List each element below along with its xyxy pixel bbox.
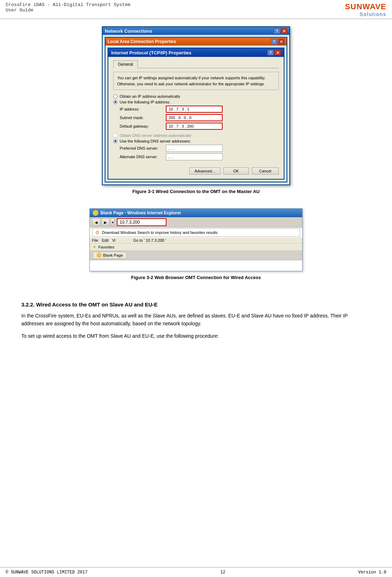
tcpip-close-button[interactable]: ✕ [274,50,281,55]
ie-nav-buttons: ◀ ▶ ▾ [92,218,115,226]
figure2-container: Blank Page - Windows Internet Explorer ◀… [21,208,371,271]
figure1-container: Network Connections ? ✕ Local Area Conne… [21,26,371,185]
ok-button[interactable]: OK [223,167,249,175]
ie-favorites-bar: ★ Favorites [90,244,302,251]
info-text: You can get IP settings assigned automat… [117,76,265,86]
section-322-heading: 3.2.2. Wired Access to the OMT on Slave … [21,301,371,308]
close-button[interactable]: ✕ [281,28,287,34]
figure2-caption: Figure 3-2 Web Browser OMT Connection fo… [21,275,371,280]
radio-auto-ip-row: Obtain an IP address automatically [113,94,279,98]
ie-toolbar: ◀ ▶ ▾ [90,217,302,228]
ie-tab-blank[interactable]: Blank Page [93,252,127,259]
favorites-icon: ★ [93,245,96,249]
ie-titlebar: Blank Page - Windows Internet Explorer [90,209,302,217]
preferred-dns-row: Preferred DNS server: . . . [120,145,279,152]
footer-page-number: 12 [220,570,225,575]
page-footer: © SUNWAVE SOLUTIONS LIMITED 2017 12 Vers… [0,567,392,577]
ie-dropdown-button[interactable]: ▾ [110,218,115,226]
network-connections-titlebar: Network Connections ? ✕ [103,27,289,35]
ip-address-input[interactable]: 10 . 7 . 3 . 1 [166,106,223,113]
radio-auto-dns-row: Obtain DNS server address automatically [113,133,279,138]
menu-file[interactable]: File [92,238,98,242]
subnet-mask-row: Subnet mask: 255 . 0 . 0 . 0 [120,114,279,121]
alternate-dns-row: Alternate DNS server: . . . [120,153,279,160]
cancel-button[interactable]: Cancel [252,167,279,175]
ie-icon [93,210,98,216]
radio-auto-dns-circle[interactable] [113,133,118,138]
default-gateway-row: Default gateway: 10 . 7 . 3 . 200 [120,123,279,130]
radio-use-ip-circle[interactable] [113,100,118,104]
radio-use-dns-circle[interactable] [113,139,118,143]
dns-fields: Preferred DNS server: . . . Alternate DN… [120,145,279,160]
alternate-dns-label: Alternate DNS server: [120,155,166,159]
preferred-dns-input[interactable]: . . . [166,145,223,152]
lac-body: Internet Protocol (TCP/IP) Properties ? … [105,46,287,182]
tcpip-title: Internet Protocol (TCP/IP) Properties [111,50,191,55]
ie-title: Blank Page - Windows Internet Explorer [100,210,181,215]
tcpip-titlebar-icons: ? ✕ [267,50,281,55]
ie-forward-button[interactable]: ▶ [101,218,110,226]
alternate-dns-input[interactable]: . . . [166,153,223,160]
page-header: CrossFire iDAS - All-Digital Transport S… [0,0,392,19]
radio-auto-dns-label: Obtain DNS server address automatically [120,133,191,138]
lac-titlebar-icons: ? ✕ [271,39,284,44]
tcpip-titlebar: Internet Protocol (TCP/IP) Properties ? … [108,48,284,57]
section-322-para2: To set up wired access to the OMT from S… [21,332,371,340]
lac-titlebar: Local Area Connection Properties ? ✕ [105,38,287,46]
logo-sunwave: SUNWAVE [345,2,386,11]
radio-use-ip-label: Use the following IP address: [120,100,170,104]
radio-auto-ip-label: Obtain an IP address automatically [120,94,180,98]
lac-close-button[interactable]: ✕ [278,39,284,44]
header-line1: CrossFire iDAS - All-Digital Transport S… [6,2,130,7]
tcpip-help-button[interactable]: ? [267,50,274,55]
menu-edit[interactable]: Edit [102,238,109,242]
ip-fields: IP address: 10 . 7 . 3 . 1 Subnet mask: [120,106,279,130]
ie-back-button[interactable]: ◀ [92,218,100,226]
radio-use-ip-row: Use the following IP address: [113,100,279,104]
favorites-label[interactable]: Favorites [98,245,114,249]
figure1-caption: Figure 3-1 Wired Connection to the OMT o… [21,189,371,194]
titlebar-icons: ? ✕ [274,28,287,34]
section-322-para1: In the CrossFire system, EU-Es and NPRUs… [21,312,371,328]
network-connections-body: Local Area Connection Properties ? ✕ Int… [103,35,289,185]
network-connections-title: Network Connections [105,28,152,34]
default-gateway-input[interactable]: 10 . 7 . 3 . 200 [166,123,223,130]
radio-use-dns-row: Use the following DNS server addresses: [113,139,279,143]
main-content: Network Connections ? ✕ Local Area Conne… [0,19,392,351]
ie-tab-bar: Blank Page [90,251,302,260]
ie-tab-icon [97,253,102,258]
radio-use-dns-label: Use the following DNS server addresses: [120,139,191,143]
tcpip-body: General You can get IP settings assigned… [108,57,284,179]
ie-browser: Blank Page - Windows Internet Explorer ◀… [89,208,303,271]
ie-address-input[interactable] [117,218,167,226]
dns-section: Obtain DNS server address automatically … [113,133,279,160]
subnet-mask-input[interactable]: 255 . 0 . 0 . 0 [166,114,223,121]
ie-suggestion-icon: ⚙ [95,230,100,235]
default-gateway-label: Default gateway: [120,124,166,128]
advanced-button[interactable]: Advanced... [189,167,220,175]
logo-container: SUNWAVE Solutions [345,2,386,17]
ie-address-bar [117,218,300,226]
tcpip-dialog: Internet Protocol (TCP/IP) Properties ? … [108,48,284,180]
ip-address-label: IP address: [120,107,166,111]
footer-copyright: © SUNWAVE SOLUTIONS LIMITED 2017 [6,570,87,575]
network-connections-window: Network Connections ? ✕ Local Area Conne… [102,26,290,185]
ie-suggestion-text: Download Windows Search to improve histo… [102,230,218,235]
lac-title: Local Area Connection Properties [108,39,176,44]
tab-general[interactable]: General [113,60,138,68]
tab-strip: General [113,60,279,68]
lac-help-button[interactable]: ? [271,39,277,44]
header-line2: User Guide [6,7,130,13]
radio-auto-ip-circle[interactable] [113,94,118,98]
subnet-mask-label: Subnet mask: [120,116,166,120]
help-button[interactable]: ? [274,28,280,34]
header-text: CrossFire iDAS - All-Digital Transport S… [6,2,130,13]
ie-menu-bar: File Edit Vi Go to ' 10.7.3.200 ' [90,237,302,244]
ie-content [90,260,302,271]
ip-address-row: IP address: 10 . 7 . 3 . 1 [120,106,279,113]
logo-solutions: Solutions [345,11,386,17]
menu-vi[interactable]: Vi [112,238,116,242]
go-to-text: Go to ' 10.7.3.200 ' [133,238,166,242]
info-box: You can get IP settings assigned automat… [113,72,279,90]
preferred-dns-label: Preferred DNS server: [120,146,166,150]
